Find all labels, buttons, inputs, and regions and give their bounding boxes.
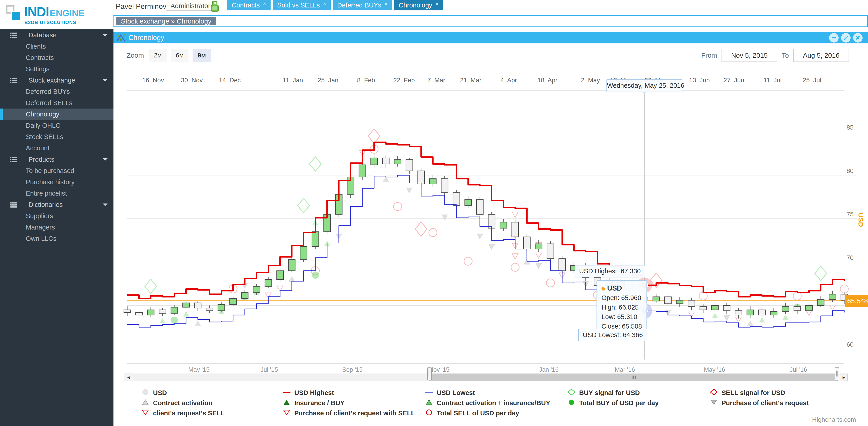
zoom-button-9[interactable]: 9м (193, 49, 211, 62)
svg-text:14. Dec: 14. Dec (219, 77, 241, 84)
line-red-icon (283, 389, 291, 397)
highcharts-credit[interactable]: Highcharts.com (812, 416, 856, 423)
tab-close-icon[interactable]: × (384, 1, 388, 7)
connection-status-icon[interactable] (209, 1, 220, 13)
ohlc-tooltip: USD Open: 65.960 High: 66.025 Low: 65.31… (596, 280, 647, 334)
chart-legend: USDContract activationclient's request's… (114, 388, 868, 422)
zoom-label: Zoom (127, 52, 144, 59)
navigator-handle-right[interactable] (835, 367, 839, 380)
date-range-toolbar: From To (701, 49, 849, 62)
legend-item-buy-signal-for-usd[interactable]: BUY signal for USD (567, 388, 659, 398)
breadcrumb-bar: Stock exchange » Chronology (114, 16, 868, 27)
zoom-button-6[interactable]: 6м (171, 49, 189, 62)
logo-text: INDI ENGINE B2DB UI SOLUTIONS (24, 4, 84, 25)
sidebar-item-settings[interactable]: Settings (0, 63, 114, 74)
from-date-input[interactable] (721, 49, 777, 62)
tab-contracts[interactable]: Contracts× (227, 0, 271, 10)
sidebar-item-to-be-purchased[interactable]: To be purchased (0, 165, 114, 176)
sidebar-item-chronology[interactable]: Chronology (0, 109, 114, 120)
svg-text:18. Apr: 18. Apr (537, 77, 557, 84)
role-selector[interactable]: Administrator (166, 1, 215, 11)
legend-column: SELL signal for USDPurchase of client's … (710, 388, 809, 408)
legend-item-total-buy-of-usd-per-day[interactable]: Total BUY of USD per day (567, 398, 659, 408)
zoom-toolbar: Zoom 2м6м9м (127, 49, 211, 62)
tab-sold-vs-sells[interactable]: Sold vs SELLs× (273, 0, 331, 10)
brand-tagline: B2DB UI SOLUTIONS (24, 20, 84, 25)
app-root: INDI ENGINE B2DB UI SOLUTIONS DatabaseCl… (0, 0, 868, 426)
crosshair-date-tooltip: Wednesday, May 25, 2016 (607, 79, 682, 92)
scroll-right-button[interactable]: ▸ (840, 373, 848, 381)
sidebar-item-managers[interactable]: Managers (0, 221, 114, 233)
tab-chronology[interactable]: Chronology× (394, 0, 443, 10)
close-button[interactable] (853, 33, 863, 42)
navigator-handle-left[interactable] (427, 367, 432, 380)
svg-text:4. Apr: 4. Apr (500, 77, 517, 84)
open-value: Open: 65.960 (601, 293, 642, 303)
price-chart: 60657075808516. Nov30. Nov14. Dec11. Jan… (114, 43, 868, 426)
tab-close-icon[interactable]: × (435, 1, 438, 7)
svg-text:Sep '15: Sep '15 (342, 366, 363, 373)
to-date-input[interactable] (794, 49, 849, 62)
svg-text:Jul '16: Jul '16 (789, 366, 807, 373)
highest-tooltip: USD Highest: 67.330 (575, 265, 645, 277)
sidebar-item-deferred-buys[interactable]: Deferred BUYs (0, 86, 114, 97)
open-tabs: Contracts×Sold vs SELLs×Deferred BUYs×Ch… (227, 0, 443, 10)
high-value: High: 66.025 (601, 303, 642, 312)
legend-item-usd-lowest[interactable]: USD Lowest (425, 388, 550, 398)
svg-text:May '15: May '15 (188, 366, 210, 373)
sidebar-item-stock-sells[interactable]: Stock SELLs (0, 131, 114, 143)
legend-item-purchase-of-client-s-request-with-sell[interactable]: Purchase of client's request with SELL (283, 408, 415, 418)
tri-up-outline-gray-icon (141, 399, 149, 407)
legend-item-usd-highest[interactable]: USD Highest (283, 388, 415, 398)
brand-secondary: ENGINE (50, 8, 84, 18)
sidebar-item-contracts[interactable]: Contracts (0, 52, 114, 63)
maximize-button[interactable] (841, 33, 850, 42)
minimize-button[interactable] (829, 33, 839, 42)
sidebar-group-stock-exchange[interactable]: Stock exchange (0, 74, 114, 86)
topbar: Pavel Perminov Administrator Contracts×S… (114, 0, 868, 15)
sidebar-item-clients[interactable]: Clients (0, 41, 114, 52)
svg-text:Nov '15: Nov '15 (429, 366, 450, 373)
svg-text:USD: USD (857, 213, 865, 227)
svg-text:7. Mar: 7. Mar (427, 77, 445, 84)
sidebar-item-entire-pricelist[interactable]: Entire pricelist (0, 188, 114, 199)
svg-text:25. Jan: 25. Jan (318, 77, 338, 84)
sidebar-item-own-llcs[interactable]: Own LLCs (0, 233, 114, 244)
tri-down-outline-red-icon (283, 409, 291, 417)
sidebar-item-purchase-history[interactable]: Purchase history (0, 176, 114, 188)
sidebar: DatabaseClientsContractsSettingsStock ex… (0, 29, 114, 426)
legend-item-purchase-of-client-s-request[interactable]: Purchase of client's request (710, 398, 809, 408)
sidebar-group-products[interactable]: Products (0, 154, 114, 165)
sidebar-item-deferred-sells[interactable]: Deferred SELLs (0, 97, 114, 109)
sidebar-item-account[interactable]: Account (0, 143, 114, 154)
zoom-button-2[interactable]: 2м (149, 49, 167, 62)
sidebar-group-dictionaries[interactable]: Dictionaries (0, 199, 114, 210)
line-blue-icon (425, 389, 433, 397)
lowest-tooltip: USD Lowest: 64.366 (578, 329, 647, 341)
window-title: Chronology (128, 32, 164, 43)
tab-close-icon[interactable]: × (323, 1, 326, 7)
legend-item-contract-activation-insurance-buy[interactable]: Contract activation + insurance/BUY (425, 398, 550, 408)
svg-text:2. May: 2. May (581, 77, 600, 84)
legend-item-total-sell-of-usd-per-day[interactable]: Total SELL of USD per day (425, 408, 550, 418)
chevron-down-icon (103, 158, 107, 161)
svg-text:60: 60 (846, 341, 854, 348)
scroll-left-button[interactable]: ◂ (125, 373, 132, 381)
scrollbar-thumb[interactable] (430, 373, 838, 381)
legend-item-sell-signal-for-usd[interactable]: SELL signal for USD (710, 388, 809, 398)
sidebar-item-suppliers[interactable]: Suppliers (0, 210, 114, 221)
sidebar-item-daily-ohlc[interactable]: Daily OHLC (0, 120, 114, 131)
tab-close-icon[interactable]: × (263, 1, 266, 7)
logo-icon (6, 4, 22, 24)
svg-text:Jul '15: Jul '15 (260, 366, 278, 373)
legend-item-usd[interactable]: USD (141, 388, 225, 398)
legend-item-insurance-buy[interactable]: Insurance / BUY (283, 398, 415, 408)
series-name: USD (607, 284, 622, 292)
legend-item-contract-activation[interactable]: Contract activation (141, 398, 225, 408)
legend-item-client-s-request-s-sell[interactable]: client's request's SELL (141, 408, 225, 418)
svg-text:May '16: May '16 (704, 366, 725, 373)
legend-column: USD HighestInsurance / BUYPurchase of cl… (283, 388, 415, 418)
sidebar-group-database[interactable]: Database (0, 29, 114, 41)
tab-deferred-buys[interactable]: Deferred BUYs× (333, 0, 392, 10)
breadcrumb[interactable]: Stock exchange » Chronology (116, 17, 216, 25)
